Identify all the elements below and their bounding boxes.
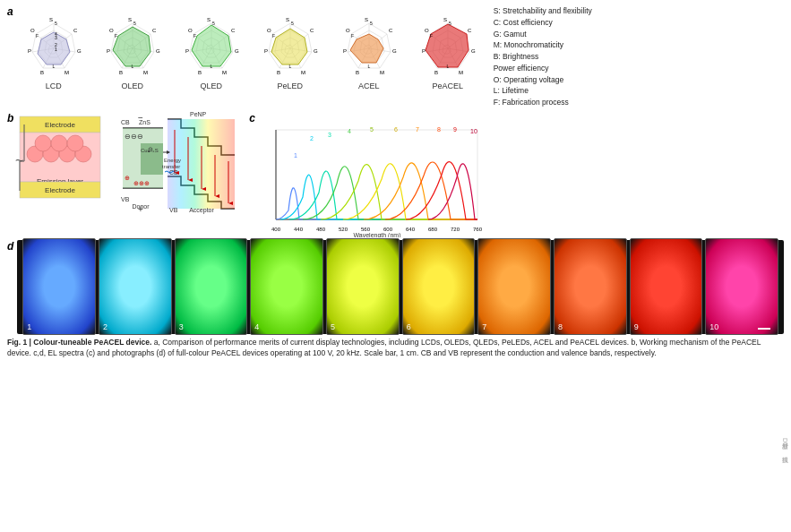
svg-text:B: B <box>198 70 202 75</box>
svg-text:5: 5 <box>133 21 136 26</box>
svg-marker-103 <box>350 34 383 63</box>
radar-lcd-svg: S C G M B P O 5 4 3 2 1 L F <box>21 16 86 81</box>
svg-text:O: O <box>188 28 193 33</box>
svg-text:S: S <box>49 17 53 22</box>
svg-text:C: C <box>389 28 393 33</box>
led-device-3: 3 <box>175 238 248 335</box>
svg-text:6: 6 <box>394 126 398 133</box>
svg-point-145 <box>51 135 67 151</box>
caption-text1: a, Comparison of performance merits of c… <box>151 338 629 347</box>
svg-text:Electrode: Electrode <box>45 186 75 194</box>
svg-text:⊕⊕⊕: ⊕⊕⊕ <box>133 180 150 186</box>
radar-section: S C G M B P O 5 4 3 2 1 L F LCD <box>17 5 592 108</box>
svg-text:L: L <box>210 64 212 69</box>
svg-text:Donor: Donor <box>133 203 150 210</box>
svg-marker-59 <box>192 25 231 66</box>
led-number-8: 8 <box>558 322 563 331</box>
svg-point-144 <box>35 135 51 151</box>
legend-item-p: Power efficiency <box>494 63 592 74</box>
svg-text:Electrode: Electrode <box>45 121 75 129</box>
legend-box: S: Stretchability and flexibility C: Cos… <box>494 5 592 108</box>
svg-text:C: C <box>310 28 314 33</box>
svg-text:4: 4 <box>348 128 351 134</box>
svg-text:F: F <box>430 33 433 39</box>
led-number-2: 2 <box>103 322 107 331</box>
panel-c-section: c 400 440 480 520 560 600 640 680 720 76… <box>249 112 486 237</box>
svg-text:B: B <box>40 70 44 75</box>
legend-item-o: O: Operating voltage <box>494 74 592 86</box>
radar-qled: S C G M B P O 5 L F QLED <box>175 16 248 97</box>
legend-item-c: C: Cost efficiency <box>494 17 592 29</box>
svg-text:⊕: ⊕ <box>125 175 130 181</box>
svg-text:transfer: transfer <box>162 164 180 169</box>
svg-text:M: M <box>64 70 69 75</box>
panel-a-label: a <box>7 5 13 18</box>
svg-text:C: C <box>152 28 157 33</box>
svg-point-146 <box>67 135 83 151</box>
radar-oled-svg: S C G M B P O 5 L F <box>100 16 165 81</box>
svg-text:720: 720 <box>451 227 460 232</box>
svg-text:Acceptor: Acceptor <box>190 207 215 214</box>
svg-marker-125 <box>426 24 469 67</box>
led-number-9: 9 <box>634 322 639 331</box>
svg-text:P: P <box>107 48 110 54</box>
radar-acel: S C G M B P O 5 L F ACEL <box>332 16 406 97</box>
svg-text:P: P <box>422 48 426 54</box>
svg-text:−: − <box>138 113 143 123</box>
radar-qled-svg: S C G M B P O 5 L F <box>179 16 244 81</box>
svg-text:F: F <box>272 33 275 39</box>
peled-label: PeLED <box>277 82 303 90</box>
led-device-7: 7 <box>477 238 551 335</box>
svg-text:C: C <box>468 28 472 33</box>
svg-text:3: 3 <box>328 132 331 138</box>
radar-lcd: S C G M B P O 5 4 3 2 1 L F LCD <box>17 16 90 97</box>
svg-text:L: L <box>288 64 291 69</box>
led-device-8: 8 <box>554 238 627 335</box>
svg-text:PeNP: PeNP <box>190 112 207 117</box>
svg-text:3: 3 <box>55 35 57 40</box>
radar-peled-svg: S C G M B P O 5 L F <box>258 16 322 81</box>
svg-text:C: C <box>73 28 78 33</box>
svg-text:5: 5 <box>370 21 373 26</box>
svg-text:G: G <box>235 48 239 54</box>
legend-item-l: L: Lifetime <box>494 85 592 97</box>
svg-text:F: F <box>193 33 196 39</box>
svg-text:S: S <box>365 17 368 22</box>
svg-text:F: F <box>351 33 354 39</box>
svg-text:1: 1 <box>55 47 57 52</box>
svg-marker-81 <box>271 29 307 64</box>
led-device-1: 1 <box>22 238 96 335</box>
panel-b-section: b Electrode Emission layer Electrode <box>7 112 244 215</box>
svg-text:Energy: Energy <box>164 158 181 163</box>
lcd-label: LCD <box>46 82 62 90</box>
legend-item-s: S: Stretchability and flexibility <box>494 5 592 17</box>
svg-text:O: O <box>425 28 429 33</box>
svg-text:B: B <box>356 70 359 75</box>
figure-caption: Fig. 1 | Colour-tuneable PeACEL device. … <box>7 337 784 359</box>
radar-peacel: S C G M B P O 5 L F PeACEL <box>411 16 485 97</box>
legend-item-g: G: Gamut <box>494 29 592 40</box>
svg-text:G: G <box>471 48 476 54</box>
svg-text:2: 2 <box>310 135 314 142</box>
svg-text:B: B <box>119 70 123 75</box>
led-number-3: 3 <box>179 322 184 331</box>
svg-text:CB: CB <box>121 119 130 125</box>
scale-bar <box>758 328 770 330</box>
svg-text:S: S <box>443 17 447 22</box>
caption-bold: Fig. 1 | Colour-tuneable PeACEL device. <box>7 338 151 347</box>
svg-text:Wavelength (nm): Wavelength (nm) <box>354 232 401 237</box>
svg-text:P: P <box>343 48 347 54</box>
led-device-2: 2 <box>99 238 172 335</box>
svg-text:P: P <box>264 48 268 54</box>
svg-text:P: P <box>28 48 31 54</box>
svg-text:G: G <box>77 48 82 54</box>
svg-text:400: 400 <box>271 227 281 232</box>
panel-b-label: b <box>7 112 13 124</box>
spectra-chart: 400 440 480 520 560 600 640 680 720 760 … <box>249 125 486 237</box>
led-device-4: 4 <box>250 238 323 335</box>
svg-text:O: O <box>30 28 35 33</box>
svg-text:680: 680 <box>428 227 438 232</box>
oled-label: OLED <box>121 82 143 90</box>
svg-text:S: S <box>286 17 289 22</box>
svg-text:O: O <box>267 28 271 33</box>
